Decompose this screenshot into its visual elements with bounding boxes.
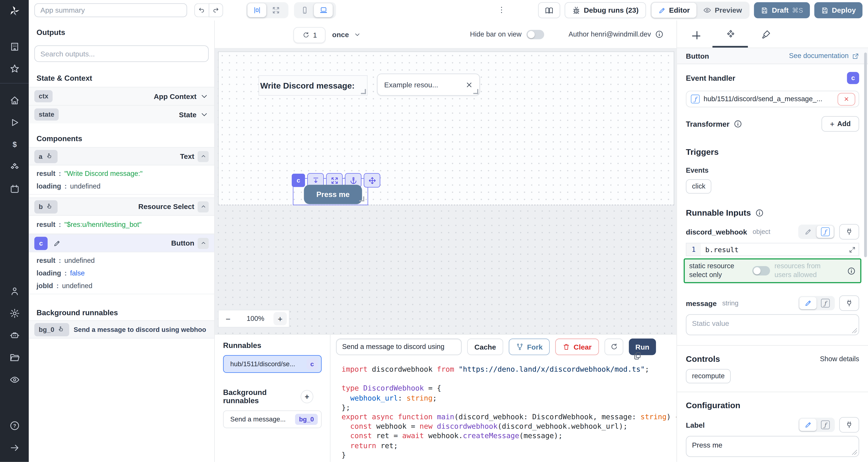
hide-bar-toggle[interactable] xyxy=(526,30,544,39)
debug-runs-button[interactable]: Debug runs (23) xyxy=(564,2,646,18)
selected-component-c[interactable]: c Press me xyxy=(293,178,368,205)
reload-button[interactable] xyxy=(604,338,623,355)
scrollbar-thumb[interactable] xyxy=(864,53,867,257)
component-c-header[interactable]: c Button xyxy=(29,234,214,252)
home-icon[interactable] xyxy=(0,89,29,111)
tab-styling-brush-icon[interactable] xyxy=(761,29,771,39)
variables-icon[interactable] xyxy=(0,133,29,156)
info-icon[interactable] xyxy=(733,120,742,128)
clear-selection-icon[interactable] xyxy=(466,81,473,88)
resource-select-component-b[interactable]: Example resou... xyxy=(377,73,480,96)
schedules-icon[interactable] xyxy=(0,177,29,200)
eval-function-icon[interactable]: ƒ xyxy=(816,226,834,238)
component-a-header[interactable]: a Text xyxy=(29,147,214,165)
workers-robot-icon[interactable] xyxy=(0,324,29,346)
runnable-name-input[interactable]: Send a message to discord using xyxy=(336,338,462,355)
output-row: result:"Write Discord message:" xyxy=(29,167,214,180)
recompute-chip[interactable]: recompute xyxy=(686,369,731,384)
fork-button[interactable]: Fork xyxy=(509,338,550,355)
eval-function-icon[interactable]: ƒ xyxy=(816,419,834,431)
static-pencil-icon[interactable] xyxy=(799,297,816,309)
fullwidth-layout-button[interactable] xyxy=(266,3,285,17)
edit-id-icon[interactable] xyxy=(51,237,63,250)
move-icon[interactable] xyxy=(364,173,380,188)
eval-input[interactable]: 1 b.result xyxy=(686,243,859,256)
runs-icon[interactable] xyxy=(0,111,29,133)
remove-runnable-button[interactable] xyxy=(837,93,855,105)
clear-button[interactable]: Clear xyxy=(555,338,599,355)
user-icon[interactable] xyxy=(0,280,29,302)
resize-handle[interactable] xyxy=(361,89,366,94)
artboard[interactable]: Write Discord message: Example resou... … xyxy=(218,52,674,205)
static-pencil-icon[interactable] xyxy=(799,419,816,431)
runnable-picker[interactable]: ƒ hub/1511/discord/send_a_message_... xyxy=(686,91,859,107)
favorites-icon[interactable] xyxy=(0,58,29,80)
collapse-toggle[interactable] xyxy=(198,151,209,162)
component-b-header[interactable]: b Resource Select xyxy=(29,198,214,216)
collapse-toggle[interactable] xyxy=(198,201,209,212)
background-runnable-item[interactable]: Send a message... bg_0 xyxy=(223,410,321,428)
resize-grip[interactable] xyxy=(852,450,857,455)
connect-plug-icon[interactable] xyxy=(839,296,859,311)
center-layout-button[interactable] xyxy=(248,3,267,17)
app-summary-input[interactable]: App summary xyxy=(34,3,187,17)
resize-grip[interactable] xyxy=(852,328,857,333)
tab-editor[interactable]: Editor xyxy=(651,3,696,18)
refresh-count-button[interactable]: 1 xyxy=(293,27,326,43)
windmill-logo[interactable] xyxy=(8,4,21,20)
show-details-link[interactable]: Show details xyxy=(820,355,859,363)
redo-button[interactable] xyxy=(208,3,223,17)
copy-code-icon[interactable] xyxy=(633,351,642,361)
label-input[interactable]: Press me xyxy=(686,436,859,457)
resources-icon[interactable] xyxy=(0,156,29,177)
see-documentation-link[interactable]: See documentation xyxy=(789,52,859,60)
add-transformer-button[interactable]: +Add xyxy=(822,116,859,132)
code-editor[interactable]: import discordwebhook from "https://deno… xyxy=(331,359,677,462)
button-component-c[interactable]: Press me xyxy=(304,185,362,204)
info-icon[interactable] xyxy=(755,208,764,217)
schedule-dropdown[interactable]: once xyxy=(332,21,361,48)
chevron-down-icon[interactable] xyxy=(200,92,209,101)
cache-button[interactable]: Cache xyxy=(467,338,503,355)
zoom-out-button[interactable]: − xyxy=(219,314,238,324)
resource-mode-toggle[interactable] xyxy=(752,266,770,276)
mobile-view-button[interactable] xyxy=(295,3,314,17)
connect-plug-icon[interactable] xyxy=(839,417,859,433)
search-outputs-input[interactable]: Search outputs... xyxy=(34,45,209,62)
text-component-a[interactable]: Write Discord message: xyxy=(258,75,368,96)
audit-eye-icon[interactable] xyxy=(0,368,29,391)
info-icon[interactable] xyxy=(655,30,664,39)
resize-handle[interactable] xyxy=(473,89,478,94)
workspace-icon[interactable] xyxy=(0,35,29,58)
add-background-runnable-button[interactable]: + xyxy=(301,390,313,403)
runnable-badge: bg_0 xyxy=(295,414,318,425)
settings-gear-icon[interactable] xyxy=(0,302,29,324)
help-icon[interactable] xyxy=(0,415,29,436)
tab-component-settings-icon[interactable] xyxy=(726,29,736,39)
chevron-down-icon[interactable] xyxy=(200,110,209,119)
bg0-row[interactable]: bg_0 Send a message to discord using web… xyxy=(29,320,214,338)
state-row[interactable]: state State xyxy=(29,105,214,123)
deploy-button[interactable]: Deploy xyxy=(814,2,863,18)
undo-button[interactable] xyxy=(194,3,208,17)
expand-editor-icon[interactable] xyxy=(849,246,856,253)
more-menu-icon[interactable] xyxy=(497,6,506,16)
event-chip-click[interactable]: click xyxy=(686,179,712,194)
collapse-toggle[interactable] xyxy=(198,237,209,249)
folders-icon[interactable] xyxy=(0,346,29,368)
tab-preview[interactable]: Preview xyxy=(696,3,748,18)
connect-plug-icon[interactable] xyxy=(839,224,859,239)
message-static-input[interactable]: Static value xyxy=(686,315,859,335)
ctx-row[interactable]: ctx App Context xyxy=(29,87,214,105)
draft-button[interactable]: Draft⌘S xyxy=(754,2,810,18)
collapse-rail-icon[interactable] xyxy=(0,436,29,459)
info-icon[interactable] xyxy=(847,266,856,275)
tab-insert-plus-icon[interactable] xyxy=(690,29,701,39)
desktop-view-button[interactable] xyxy=(314,3,333,17)
resize-handle[interactable] xyxy=(359,196,364,201)
zoom-in-button[interactable]: + xyxy=(274,312,287,325)
docs-book-button[interactable] xyxy=(538,2,560,18)
runnable-item-selected[interactable]: hub/1511/discord/se... c xyxy=(223,355,321,373)
eval-function-icon[interactable]: ƒ xyxy=(816,297,834,309)
static-pencil-icon[interactable] xyxy=(799,226,816,238)
